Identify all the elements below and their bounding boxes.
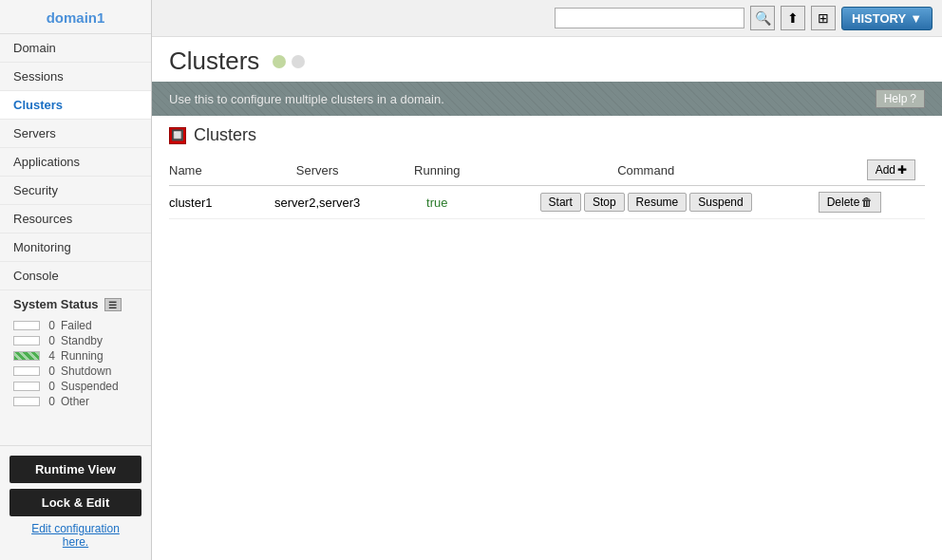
col-servers: Servers xyxy=(243,155,391,186)
status-row-standby: 0Standby xyxy=(13,334,141,347)
status-count-suspended: 0 xyxy=(44,380,55,393)
cluster-servers-cell: server2,server3 xyxy=(243,186,391,219)
history-label: HISTORY xyxy=(852,11,906,26)
history-button[interactable]: HISTORY ▼ xyxy=(841,7,933,30)
status-label-standby: Standby xyxy=(61,334,103,347)
status-label-other: Other xyxy=(61,395,89,408)
status-count-running: 4 xyxy=(44,349,55,363)
status-label-suspended: Suspended xyxy=(61,380,119,393)
table-row: cluster1server2,server3trueStartStopResu… xyxy=(169,186,925,219)
page-header: Clusters xyxy=(152,37,942,82)
history-chevron-icon: ▼ xyxy=(910,11,922,26)
header-dots xyxy=(273,55,305,68)
delete-icon: 🗑 xyxy=(861,196,873,209)
help-button[interactable]: Help ? xyxy=(876,89,925,108)
resume-button[interactable]: Resume xyxy=(628,193,688,212)
sidebar-item-resources[interactable]: Resources xyxy=(0,205,151,233)
sidebar-item-servers[interactable]: Servers xyxy=(0,120,151,148)
sidebar-bottom: Runtime View Lock & Edit Edit configurat… xyxy=(0,445,151,560)
search-button[interactable]: 🔍 xyxy=(750,6,775,30)
info-banner: Use this to configure multiple clusters … xyxy=(152,82,942,116)
status-bar-standby xyxy=(13,336,40,345)
cluster-table-body: cluster1server2,server3trueStartStopResu… xyxy=(169,186,925,219)
status-count-failed: 0 xyxy=(44,319,55,332)
help-label: Help xyxy=(884,92,908,105)
status-label-running: Running xyxy=(61,349,104,363)
status-rows: 0Failed0Standby4Running0Shutdown0Suspend… xyxy=(0,315,151,416)
table-header-row: Name Servers Running Command Add ✚ xyxy=(169,155,925,186)
cluster-running-cell: true xyxy=(391,186,483,219)
status-label-failed: Failed xyxy=(61,319,92,332)
cluster-table: Name Servers Running Command Add ✚ clust… xyxy=(169,155,925,219)
col-command: Command xyxy=(483,155,809,186)
sidebar-item-monitoring[interactable]: Monitoring xyxy=(0,233,151,262)
refresh-button[interactable]: ⬆ xyxy=(781,6,805,30)
status-label-shutdown: Shutdown xyxy=(61,364,111,378)
sidebar-nav: DomainSessionsClustersServersApplication… xyxy=(0,34,151,290)
info-banner-text: Use this to configure multiple clusters … xyxy=(169,92,444,106)
suspend-button[interactable]: Suspend xyxy=(689,193,751,212)
clusters-section: 🔲 Clusters Name Servers Running Command … xyxy=(152,116,942,560)
topbar: 🔍 ⬆ ⊞ HISTORY ▼ xyxy=(152,0,942,37)
help-icon: ? xyxy=(910,92,916,105)
add-icon: ✚ xyxy=(897,163,907,177)
system-status-icon: ☰ xyxy=(104,298,122,311)
sidebar-title: domain1 xyxy=(0,0,151,34)
col-add: Add ✚ xyxy=(809,155,925,186)
status-bar-other xyxy=(13,397,40,406)
sidebar: domain1 DomainSessionsClustersServersApp… xyxy=(0,0,152,560)
delete-button[interactable]: Delete 🗑 xyxy=(819,192,882,213)
lock-edit-button[interactable]: Lock & Edit xyxy=(9,489,141,516)
page-title: Clusters xyxy=(169,47,259,76)
col-name: Name xyxy=(169,155,243,186)
section-title: 🔲 Clusters xyxy=(169,125,925,145)
sidebar-item-domain[interactable]: Domain xyxy=(0,34,151,63)
add-button[interactable]: Add ✚ xyxy=(867,159,915,180)
status-bar-suspended xyxy=(13,382,40,391)
cluster-command-cell: StartStopResumeSuspend xyxy=(483,186,809,219)
main-content: 🔍 ⬆ ⊞ HISTORY ▼ Clusters Use this to con… xyxy=(152,0,942,560)
runtime-view-button[interactable]: Runtime View xyxy=(9,456,141,483)
col-running: Running xyxy=(391,155,483,186)
status-row-shutdown: 0Shutdown xyxy=(13,364,141,378)
edit-config-link[interactable]: Edit configurationhere. xyxy=(9,522,141,549)
search-input[interactable] xyxy=(555,8,744,28)
sidebar-item-clusters[interactable]: Clusters xyxy=(0,91,151,120)
section-heading: Clusters xyxy=(194,125,256,145)
status-count-other: 0 xyxy=(44,395,55,408)
status-row-suspended: 0Suspended xyxy=(13,380,141,393)
status-row-running: 4Running xyxy=(13,349,141,363)
start-button[interactable]: Start xyxy=(540,193,581,212)
stop-button[interactable]: Stop xyxy=(584,193,625,212)
status-bar-failed xyxy=(13,321,40,330)
system-status-label: System Status xyxy=(13,297,99,311)
sidebar-item-console[interactable]: Console xyxy=(0,262,151,290)
sidebar-item-sessions[interactable]: Sessions xyxy=(0,63,151,91)
system-status-header: System Status ☰ xyxy=(0,290,151,315)
grid-button[interactable]: ⊞ xyxy=(811,6,836,30)
dot-green xyxy=(273,55,286,68)
cluster-delete-cell: Delete 🗑 xyxy=(809,186,925,219)
add-label: Add xyxy=(876,163,895,177)
cluster-name-cell: cluster1 xyxy=(169,186,243,219)
running-value: true xyxy=(426,196,447,210)
sidebar-item-applications[interactable]: Applications xyxy=(0,148,151,177)
status-row-other: 0Other xyxy=(13,395,141,408)
dot-gray xyxy=(292,55,305,68)
status-bar-running xyxy=(13,351,40,361)
clusters-icon: 🔲 xyxy=(169,127,186,144)
status-count-shutdown: 0 xyxy=(44,364,55,378)
status-bar-shutdown xyxy=(13,366,40,376)
sidebar-item-security[interactable]: Security xyxy=(0,177,151,205)
status-count-standby: 0 xyxy=(44,334,55,347)
status-row-failed: 0Failed xyxy=(13,319,141,332)
